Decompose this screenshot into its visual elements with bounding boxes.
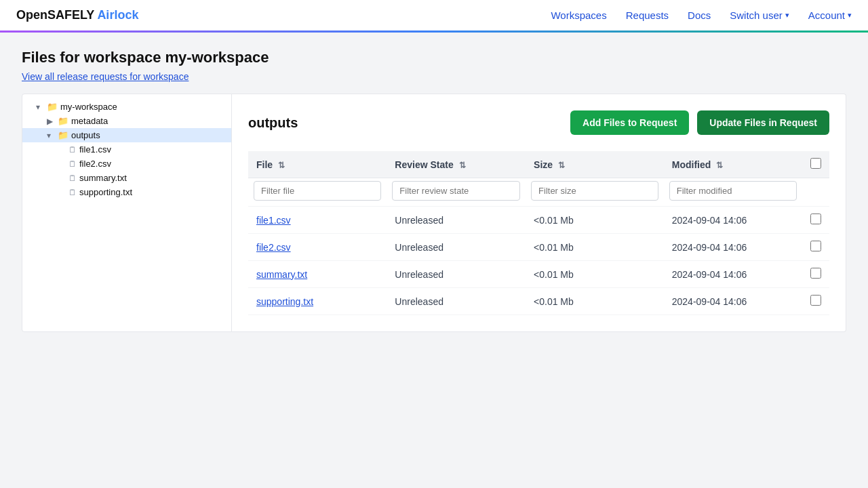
sidebar-item-label: supporting.txt	[79, 187, 132, 197]
navbar: OpenSAFELY Airlock Workspaces Requests D…	[0, 0, 868, 33]
cell-file: file2.csv	[248, 234, 387, 261]
add-files-button[interactable]: Add Files to Request	[570, 110, 689, 135]
select-all-checkbox[interactable]	[810, 158, 821, 169]
sidebar-item-label: outputs	[71, 130, 100, 140]
col-select-all[interactable]	[802, 151, 829, 178]
filter-size-cell	[526, 178, 664, 207]
nav-links: Workspaces Requests Docs Switch user ▾ A…	[551, 9, 852, 21]
sidebar-item-outputs[interactable]: ▾ 📁 outputs	[22, 128, 231, 142]
content-area: ▾ 📁 my-workspace ▶ 📁 metadata ▾ 📁 output…	[22, 94, 846, 332]
table-row: file2.csvUnreleased<0.01 Mb2024-09-04 14…	[248, 234, 829, 261]
sort-modified-icon: ⇅	[716, 161, 723, 170]
cell-modified: 2024-09-04 14:06	[664, 288, 802, 315]
row-checkbox[interactable]	[810, 295, 821, 306]
sort-review-icon: ⇅	[459, 161, 466, 170]
row-checkbox[interactable]	[810, 268, 821, 279]
file-icon: 🗒	[68, 188, 77, 197]
nav-docs[interactable]: Docs	[688, 9, 711, 21]
nav-workspaces[interactable]: Workspaces	[551, 9, 606, 21]
sidebar-item-supporting[interactable]: 🗒 supporting.txt	[22, 185, 231, 199]
page-title: Files for workspace my-workspace	[22, 49, 846, 66]
file-link[interactable]: file2.csv	[256, 242, 291, 253]
col-review-state[interactable]: Review State ⇅	[387, 151, 526, 178]
account-dropdown[interactable]: Account ▾	[808, 9, 852, 21]
col-file-label: File	[256, 159, 273, 170]
sidebar-item-summary[interactable]: 🗒 summary.txt	[22, 171, 231, 185]
filter-size-input[interactable]	[531, 181, 658, 201]
cell-checkbox	[802, 288, 829, 315]
cell-file: file1.csv	[248, 207, 387, 234]
update-files-button[interactable]: Update Files in Request	[697, 110, 829, 135]
brand-prefix: OpenSAFELY	[16, 8, 94, 22]
table-body: file1.csvUnreleased<0.01 Mb2024-09-04 14…	[248, 207, 829, 315]
filter-modified-input[interactable]	[669, 181, 797, 201]
page-subtitle: View all release requests for workspace	[22, 70, 846, 83]
sidebar-item-label: my-workspace	[60, 102, 117, 112]
expand-icon: ▶	[47, 117, 55, 126]
switch-user-label: Switch user	[730, 9, 783, 21]
cell-size: <0.01 Mb	[526, 207, 664, 234]
filter-review-input[interactable]	[392, 181, 520, 201]
col-modified-label: Modified	[672, 159, 711, 170]
cell-modified: 2024-09-04 14:06	[664, 207, 802, 234]
col-size-label: Size	[534, 159, 553, 170]
cell-file: summary.txt	[248, 261, 387, 288]
switch-user-chevron-icon: ▾	[785, 11, 789, 20]
brand: OpenSAFELY Airlock	[16, 8, 138, 22]
cell-size: <0.01 Mb	[526, 234, 664, 261]
file-link[interactable]: summary.txt	[256, 269, 307, 280]
sidebar-item-my-workspace[interactable]: ▾ 📁 my-workspace	[22, 100, 231, 114]
main-panel: outputs Add Files to Request Update File…	[232, 94, 846, 332]
cell-review-state: Unreleased	[387, 234, 526, 261]
filter-modified-cell	[664, 178, 802, 207]
cell-file: supporting.txt	[248, 288, 387, 315]
col-file[interactable]: File ⇅	[248, 151, 387, 178]
row-checkbox[interactable]	[810, 214, 821, 224]
folder-icon: 📁	[47, 102, 58, 112]
sidebar-item-label: summary.txt	[79, 173, 127, 183]
table-row: file1.csvUnreleased<0.01 Mb2024-09-04 14…	[248, 207, 829, 234]
panel-header: outputs Add Files to Request Update File…	[248, 110, 829, 135]
panel-title: outputs	[248, 115, 298, 131]
brand-suffix: Airlock	[97, 8, 138, 22]
file-icon: 🗒	[68, 174, 77, 183]
filter-row	[248, 178, 829, 207]
filter-review-cell	[387, 178, 526, 207]
sort-file-icon: ⇅	[278, 161, 285, 170]
file-link[interactable]: supporting.txt	[256, 296, 313, 307]
col-review-label: Review State	[395, 159, 453, 170]
cell-review-state: Unreleased	[387, 288, 526, 315]
cell-review-state: Unreleased	[387, 207, 526, 234]
row-checkbox[interactable]	[810, 241, 821, 251]
file-link[interactable]: file1.csv	[256, 215, 291, 226]
col-modified[interactable]: Modified ⇅	[664, 151, 802, 178]
action-buttons: Add Files to Request Update Files in Req…	[570, 110, 829, 135]
sidebar: ▾ 📁 my-workspace ▶ 📁 metadata ▾ 📁 output…	[22, 94, 232, 332]
nav-requests[interactable]: Requests	[626, 9, 669, 21]
cell-checkbox	[802, 261, 829, 288]
cell-review-state: Unreleased	[387, 261, 526, 288]
file-icon: 🗒	[68, 145, 77, 155]
cell-size: <0.01 Mb	[526, 288, 664, 315]
sidebar-item-file2[interactable]: 🗒 file2.csv	[22, 157, 231, 171]
page: Files for workspace my-workspace View al…	[0, 33, 868, 348]
sidebar-item-label: file2.csv	[79, 159, 111, 169]
account-label: Account	[808, 9, 845, 21]
release-requests-link[interactable]: View all release requests for workspace	[22, 71, 189, 82]
files-table: File ⇅ Review State ⇅ Size ⇅ Modified	[248, 151, 829, 315]
sidebar-item-label: metadata	[71, 116, 108, 126]
table-row: summary.txtUnreleased<0.01 Mb2024-09-04 …	[248, 261, 829, 288]
table-header-row: File ⇅ Review State ⇅ Size ⇅ Modified	[248, 151, 829, 178]
col-size[interactable]: Size ⇅	[526, 151, 664, 178]
cell-modified: 2024-09-04 14:06	[664, 261, 802, 288]
filter-checkbox-cell	[802, 178, 829, 207]
sidebar-item-file1[interactable]: 🗒 file1.csv	[22, 142, 231, 157]
switch-user-dropdown[interactable]: Switch user ▾	[730, 9, 789, 21]
sidebar-item-label: file1.csv	[79, 144, 111, 155]
filter-file-cell	[248, 178, 387, 207]
file-icon: 🗒	[68, 159, 77, 169]
sidebar-item-metadata[interactable]: ▶ 📁 metadata	[22, 114, 231, 128]
filter-file-input[interactable]	[254, 181, 381, 201]
account-chevron-icon: ▾	[848, 11, 852, 20]
folder-icon: 📁	[58, 116, 68, 126]
